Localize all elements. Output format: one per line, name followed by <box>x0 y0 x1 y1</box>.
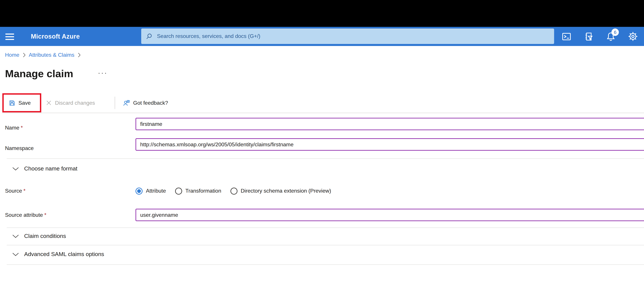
name-input[interactable] <box>136 118 644 130</box>
hamburger-icon <box>5 36 14 37</box>
azure-brand-link[interactable]: Microsoft Azure <box>31 27 80 46</box>
required-asterisk: * <box>23 188 25 194</box>
radio-unselected-icon[interactable] <box>230 187 237 194</box>
navbar-icon-group: 6 <box>562 27 638 46</box>
radio-option-directory-schema-extension[interactable]: Directory schema extension (Preview) <box>230 187 331 194</box>
toolbar-bottom-rule <box>2 113 644 113</box>
notifications-button[interactable]: 6 <box>606 31 616 42</box>
radio-unselected-icon[interactable] <box>175 187 182 194</box>
hamburger-icon <box>5 39 14 40</box>
chevron-down-icon <box>12 234 19 238</box>
source-label-text: Source <box>5 188 22 194</box>
settings-button[interactable] <box>628 31 638 42</box>
namespace-label: Namespace <box>5 145 34 151</box>
got-feedback-label: Got feedback? <box>133 100 168 106</box>
chevron-right-icon <box>22 52 26 58</box>
claim-conditions-label: Claim conditions <box>24 233 66 240</box>
radio-option-transformation[interactable]: Transformation <box>175 187 221 194</box>
radio-selected-icon[interactable] <box>136 187 142 194</box>
section-divider <box>7 158 644 159</box>
feedback-icon <box>123 99 130 107</box>
hamburger-menu-button[interactable] <box>5 32 17 42</box>
scale-wrapper: Microsoft Azure <box>0 0 644 301</box>
radio-option-attribute[interactable]: Attribute <box>136 187 166 194</box>
discard-changes-label: Discard changes <box>55 100 95 106</box>
toolbar-divider <box>115 97 115 109</box>
got-feedback-button[interactable]: Got feedback? <box>123 93 168 112</box>
cloud-shell-button[interactable] <box>562 31 572 42</box>
azure-portal-screen: Microsoft Azure <box>0 0 644 301</box>
section-divider <box>7 264 644 265</box>
cloud-shell-icon <box>562 31 572 42</box>
notification-badge: 6 <box>612 28 619 36</box>
search-input[interactable] <box>156 33 550 40</box>
top-navbar: Microsoft Azure <box>0 27 644 46</box>
required-asterisk: * <box>44 212 46 218</box>
radio-option-label: Transformation <box>185 188 221 194</box>
close-icon <box>46 100 52 106</box>
source-label: Source* <box>5 188 26 194</box>
radio-option-label: Attribute <box>146 188 166 194</box>
chevron-down-icon <box>12 252 19 256</box>
required-asterisk: * <box>21 125 23 131</box>
global-search-box[interactable] <box>141 29 554 44</box>
more-options-button[interactable]: ··· <box>98 69 108 77</box>
directory-filter-icon <box>584 31 594 42</box>
hamburger-icon <box>5 33 14 34</box>
namespace-input[interactable] <box>136 138 644 151</box>
namespace-label-text: Namespace <box>5 145 34 151</box>
source-attribute-input[interactable] <box>136 209 644 221</box>
breadcrumb-link-home[interactable]: Home <box>5 52 19 58</box>
radio-option-label: Directory schema extension (Preview) <box>241 188 331 194</box>
directory-filter-button[interactable] <box>584 31 594 42</box>
source-attribute-label: Source attribute* <box>5 212 46 218</box>
top-black-bar <box>0 0 644 27</box>
breadcrumb-link-attributes-claims[interactable]: Attributes & Claims <box>29 52 74 58</box>
advanced-saml-options-label: Advanced SAML claims options <box>24 251 104 258</box>
section-advanced-saml-options[interactable]: Advanced SAML claims options <box>12 249 104 260</box>
search-icon <box>146 33 152 40</box>
section-divider <box>7 227 644 228</box>
save-icon <box>9 100 16 106</box>
page-title: Manage claim <box>5 68 73 80</box>
section-claim-conditions[interactable]: Claim conditions <box>12 231 66 242</box>
chevron-down-icon <box>12 167 19 171</box>
gear-icon <box>628 31 638 42</box>
source-attribute-label-text: Source attribute <box>5 212 43 218</box>
discard-changes-button[interactable]: Discard changes <box>46 93 95 112</box>
source-radio-group: Attribute Transformation Directory schem… <box>136 187 331 195</box>
chevron-right-icon <box>77 52 81 58</box>
save-button[interactable]: Save <box>9 93 31 112</box>
section-choose-name-format[interactable]: Choose name format <box>12 163 78 174</box>
name-label-text: Name <box>5 125 19 131</box>
name-label: Name* <box>5 125 23 131</box>
section-divider <box>7 245 644 245</box>
save-button-label: Save <box>18 100 31 106</box>
breadcrumb: Home Attributes & Claims <box>5 52 81 58</box>
choose-name-format-label: Choose name format <box>24 165 78 172</box>
